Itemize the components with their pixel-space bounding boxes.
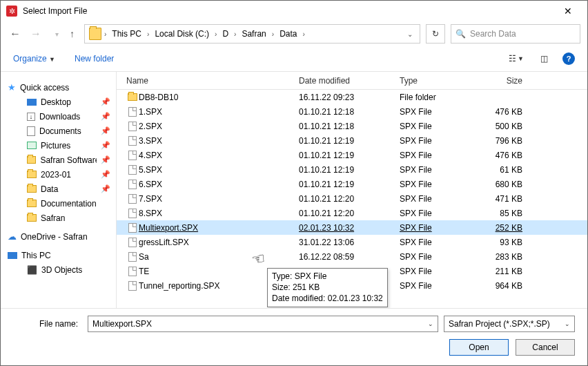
file-name: gressLift.SPX <box>139 238 299 247</box>
filename-input[interactable]: Multiexport.SPX⌄ <box>88 316 438 332</box>
file-date: 01.10.21 12:19 <box>299 151 400 160</box>
file-size: 61 KB <box>481 165 529 175</box>
file-row[interactable]: DB8-DB1016.11.22 09:23File folder <box>117 90 587 104</box>
col-size[interactable]: Size <box>481 76 529 86</box>
address-dropdown[interactable]: ⌄ <box>404 30 415 38</box>
file-type: SPX File <box>400 151 481 160</box>
sidebar-item-folder[interactable]: Documentation <box>1 196 116 211</box>
file-size: 476 KB <box>481 151 529 160</box>
file-row[interactable]: Multiexport.SPX02.01.23 10:32SPX File252… <box>117 220 587 235</box>
pin-icon: 📌 <box>101 112 110 121</box>
file-row[interactable]: 4.SPX01.10.21 12:19SPX File476 KB <box>117 148 587 162</box>
back-button[interactable]: ← <box>8 28 23 40</box>
folder-icon <box>27 171 37 178</box>
file-row[interactable]: 6.SPX01.10.21 12:19SPX File680 KB <box>117 177 587 191</box>
folder-icon <box>89 28 101 40</box>
filetype-filter[interactable]: Safran Project (*.SPX;*.SP)⌄ <box>444 316 575 332</box>
sidebar-item-documents[interactable]: Documents📌 <box>1 124 116 138</box>
folder-icon <box>27 214 37 222</box>
file-size: 680 KB <box>481 180 529 189</box>
sidebar-onedrive[interactable]: ☁OneDrive - Safran <box>1 229 116 244</box>
quick-access[interactable]: ★Quick access <box>1 80 116 95</box>
file-icon <box>126 252 139 262</box>
file-date: 01.10.21 12:19 <box>299 136 400 146</box>
file-icon <box>126 209 139 218</box>
col-date[interactable]: Date modified <box>299 76 400 86</box>
up-button[interactable]: ↑ <box>70 28 75 39</box>
file-icon <box>126 180 139 189</box>
crumb[interactable]: D <box>219 29 231 39</box>
file-icon <box>126 267 139 276</box>
file-type: SPX File <box>400 252 481 262</box>
sidebar-item-downloads[interactable]: ↓Downloads📌 <box>1 109 116 124</box>
help-button[interactable]: ? <box>562 52 575 65</box>
new-folder-button[interactable]: New folder <box>75 54 114 64</box>
file-pane: Name Date modified Type Size DB8-DB1016.… <box>117 72 587 308</box>
preview-pane-button[interactable]: ◫ <box>535 51 553 66</box>
column-headers[interactable]: Name Date modified Type Size <box>117 72 587 90</box>
close-button[interactable]: ✕ <box>554 6 582 17</box>
chevron-right-icon: › <box>271 30 275 38</box>
search-input[interactable]: 🔍 Search Data <box>451 24 580 44</box>
crumb[interactable]: This PC <box>109 29 144 39</box>
recent-dropdown[interactable]: ▾ <box>49 30 64 38</box>
documents-icon <box>27 126 35 136</box>
sidebar-thispc[interactable]: This PC <box>1 248 116 262</box>
col-type[interactable]: Type <box>400 76 481 86</box>
sidebar-item-folder[interactable]: Safran Software📌 <box>1 153 116 167</box>
file-icon <box>126 281 139 291</box>
file-row[interactable]: 8.SPX01.10.21 12:20SPX File85 KB <box>117 206 587 220</box>
file-date: 01.10.21 12:19 <box>299 165 400 175</box>
file-row[interactable]: 3.SPX01.10.21 12:19SPX File796 KB <box>117 133 587 148</box>
sidebar-item-folder[interactable]: Safran <box>1 211 116 225</box>
crumb[interactable]: Local Disk (C:) <box>152 29 212 39</box>
address-bar[interactable]: › This PC › Local Disk (C:) › D › Safran… <box>84 24 420 44</box>
file-type: SPX File <box>400 165 481 175</box>
file-row[interactable]: gressLift.SPX31.01.22 13:06SPX File93 KB <box>117 235 587 249</box>
file-name: DB8-DB10 <box>139 93 299 102</box>
file-size: 500 KB <box>481 122 529 131</box>
file-date: 16.12.22 08:59 <box>299 252 400 262</box>
file-date: 31.01.22 13:06 <box>299 238 400 247</box>
organize-menu[interactable]: Organize ▼ <box>13 54 55 64</box>
view-mode-button[interactable]: ☷ ▼ <box>507 51 525 66</box>
file-size: 796 KB <box>481 136 529 146</box>
file-row[interactable]: 1.SPX01.10.21 12:18SPX File476 KB <box>117 104 587 119</box>
refresh-button[interactable]: ↻ <box>426 24 445 44</box>
sidebar-item-desktop[interactable]: Desktop📌 <box>1 95 116 109</box>
cancel-button[interactable]: Cancel <box>516 339 575 356</box>
folder-icon <box>27 185 37 193</box>
file-row[interactable]: 5.SPX01.10.21 12:19SPX File61 KB <box>117 162 587 177</box>
search-icon: 🔍 <box>455 29 466 39</box>
file-icon <box>126 238 139 247</box>
downloads-icon: ↓ <box>27 113 35 121</box>
pictures-icon <box>27 142 37 149</box>
file-icon <box>126 136 139 146</box>
open-button[interactable]: Open <box>449 339 509 356</box>
pin-icon: 📌 <box>101 155 110 164</box>
sidebar-item-folder[interactable]: 2023-01📌 <box>1 167 116 182</box>
sidebar-item-pictures[interactable]: Pictures📌 <box>1 138 116 153</box>
file-type: SPX File <box>400 122 481 131</box>
file-size: 283 KB <box>481 252 529 262</box>
file-row[interactable]: 7.SPX01.10.21 12:20SPX File471 KB <box>117 191 587 206</box>
file-row[interactable]: 2.SPX01.10.21 12:18SPX File500 KB <box>117 119 587 133</box>
window-title: Select Import File <box>23 6 87 16</box>
col-name[interactable]: Name <box>126 76 299 86</box>
file-date: 01.10.21 12:19 <box>299 180 400 189</box>
cube-icon: ⬛ <box>27 265 37 275</box>
file-type: SPX File <box>400 136 481 146</box>
pin-icon: 📌 <box>101 141 110 150</box>
sidebar-item-3d[interactable]: ⬛3D Objects <box>1 262 116 277</box>
crumb[interactable]: Data <box>277 29 300 39</box>
crumb[interactable]: Safran <box>239 29 268 39</box>
folder-icon <box>27 200 37 207</box>
file-name: 3.SPX <box>139 136 299 146</box>
folder-icon <box>126 93 139 101</box>
file-icon <box>126 107 139 117</box>
sidebar-item-folder[interactable]: Data📌 <box>1 182 116 196</box>
file-size: 93 KB <box>481 238 529 247</box>
forward-button[interactable]: → <box>28 28 43 40</box>
pin-icon: 📌 <box>101 126 110 135</box>
file-row[interactable]: Sa16.12.22 08:59SPX File283 KB <box>117 249 587 264</box>
